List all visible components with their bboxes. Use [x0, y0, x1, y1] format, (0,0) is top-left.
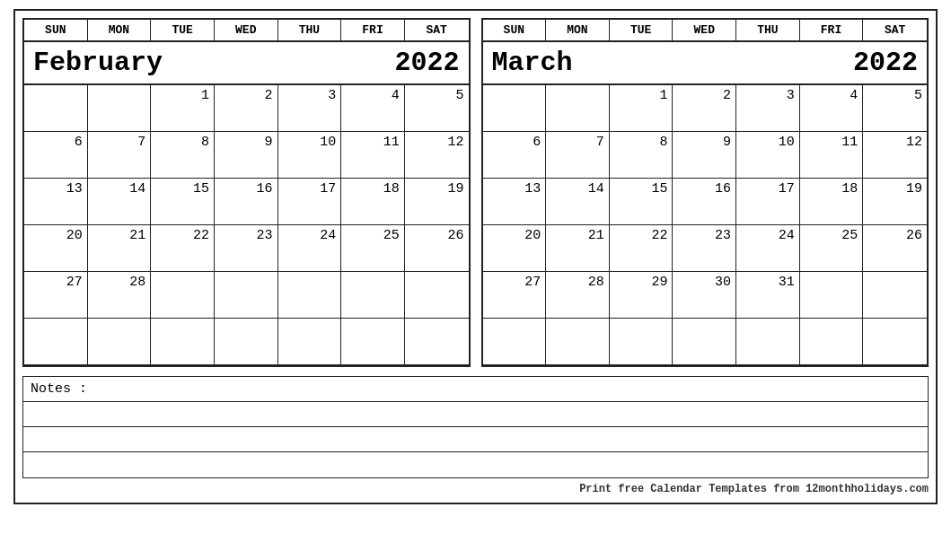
- feb-cell-w4d4: [278, 272, 342, 319]
- feb-cell-w4d1: 28: [88, 272, 152, 319]
- mar-cell-w3d1: 21: [546, 225, 610, 272]
- mar-sun-header: SUN: [483, 20, 547, 40]
- feb-cell-w3d3: 23: [215, 225, 278, 272]
- mar-cell-w1d2: 8: [610, 132, 674, 179]
- notes-line-3: [23, 452, 928, 477]
- feb-thu-header: THU: [278, 20, 342, 40]
- footer: Print free Calendar Templates from 12mon…: [22, 483, 929, 495]
- mar-cell-w4d0: 27: [483, 272, 547, 319]
- mar-cell-w4d3: 30: [673, 272, 736, 319]
- march-calendar: SUN MON TUE WED THU FRI SAT March 2022 1…: [481, 18, 929, 367]
- feb-cell-w2d0: 13: [24, 179, 88, 225]
- feb-cell-w4d0: 27: [24, 272, 88, 319]
- mar-cell-w4d6: [863, 272, 927, 319]
- mar-cell-w5d6: [863, 319, 927, 365]
- mar-cell-w5d4: [736, 319, 800, 365]
- feb-sat-header: SAT: [405, 20, 469, 40]
- march-year: 2022: [853, 48, 918, 78]
- footer-brand: 12monthholidays.com: [806, 483, 929, 495]
- feb-tue-header: TUE: [151, 20, 215, 40]
- feb-cell-w1d3: 9: [215, 132, 278, 179]
- mar-cell-w0d5: 4: [800, 85, 864, 132]
- mar-cell-w3d0: 20: [483, 225, 547, 272]
- march-month-name: March: [492, 48, 573, 78]
- feb-cell-w3d1: 21: [88, 225, 152, 272]
- feb-cell-w5d0: [24, 319, 88, 365]
- feb-cell-w5d2: [151, 319, 215, 365]
- feb-cell-w5d6: [405, 319, 469, 365]
- february-grid: 1234567891011121314151617181920212223242…: [24, 85, 469, 365]
- mar-cell-w2d3: 16: [673, 179, 736, 225]
- mar-cell-w5d2: [610, 319, 674, 365]
- feb-cell-w1d5: 11: [341, 132, 405, 179]
- mar-cell-w0d2: 1: [610, 85, 674, 132]
- feb-cell-w5d1: [88, 319, 152, 365]
- feb-cell-w5d5: [341, 319, 405, 365]
- feb-cell-w4d3: [215, 272, 278, 319]
- feb-cell-w1d1: 7: [88, 132, 152, 179]
- february-year: 2022: [394, 48, 459, 78]
- feb-cell-w4d5: [341, 272, 405, 319]
- feb-cell-w0d1: [88, 85, 152, 132]
- page-container: SUN MON TUE WED THU FRI SAT February 202…: [13, 9, 938, 504]
- feb-cell-w0d6: 5: [405, 85, 469, 132]
- feb-cell-w3d2: 22: [151, 225, 215, 272]
- feb-cell-w2d5: 18: [341, 179, 405, 225]
- feb-mon-header: MON: [88, 20, 152, 40]
- mar-cell-w5d0: [483, 319, 547, 365]
- feb-fri-header: FRI: [341, 20, 405, 40]
- mar-cell-w1d0: 6: [483, 132, 547, 179]
- mar-wed-header: WED: [673, 20, 736, 40]
- mar-cell-w2d6: 19: [863, 179, 927, 225]
- feb-cell-w1d6: 12: [405, 132, 469, 179]
- mar-cell-w0d6: 5: [863, 85, 927, 132]
- footer-text: Print free Calendar Templates from: [579, 483, 806, 495]
- feb-cell-w3d4: 24: [278, 225, 342, 272]
- mar-cell-w2d2: 15: [610, 179, 674, 225]
- feb-cell-w0d4: 3: [278, 85, 342, 132]
- feb-sun-header: SUN: [24, 20, 88, 40]
- mar-cell-w0d0: [483, 85, 547, 132]
- mar-cell-w2d0: 13: [483, 179, 547, 225]
- mar-cell-w2d5: 18: [800, 179, 864, 225]
- feb-cell-w2d2: 15: [151, 179, 215, 225]
- mar-cell-w0d1: [546, 85, 610, 132]
- feb-cell-w1d2: 8: [151, 132, 215, 179]
- march-title-row: March 2022: [483, 42, 928, 85]
- feb-cell-w2d4: 17: [278, 179, 342, 225]
- mar-cell-w1d6: 12: [863, 132, 927, 179]
- feb-cell-w5d3: [215, 319, 278, 365]
- mar-fri-header: FRI: [800, 20, 864, 40]
- mar-cell-w3d6: 26: [863, 225, 927, 272]
- feb-cell-w0d0: [24, 85, 88, 132]
- notes-line-2: [23, 427, 928, 452]
- mar-cell-w2d1: 14: [546, 179, 610, 225]
- mar-cell-w1d5: 11: [800, 132, 864, 179]
- feb-cell-w3d6: 26: [405, 225, 469, 272]
- mar-cell-w3d3: 23: [673, 225, 736, 272]
- feb-cell-w1d0: 6: [24, 132, 88, 179]
- feb-cell-w5d4: [278, 319, 342, 365]
- mar-thu-header: THU: [736, 20, 800, 40]
- mar-tue-header: TUE: [610, 20, 674, 40]
- mar-cell-w5d1: [546, 319, 610, 365]
- mar-mon-header: MON: [546, 20, 610, 40]
- mar-cell-w5d5: [800, 319, 864, 365]
- feb-cell-w3d5: 25: [341, 225, 405, 272]
- feb-cell-w2d1: 14: [88, 179, 152, 225]
- mar-sat-header: SAT: [863, 20, 927, 40]
- mar-cell-w4d4: 31: [736, 272, 800, 319]
- notes-label: Notes :: [23, 377, 928, 402]
- calendars-row: SUN MON TUE WED THU FRI SAT February 202…: [22, 18, 929, 367]
- mar-cell-w1d4: 10: [736, 132, 800, 179]
- february-header-row: SUN MON TUE WED THU FRI SAT: [24, 20, 469, 42]
- feb-cell-w2d3: 16: [215, 179, 278, 225]
- mar-cell-w5d3: [673, 319, 736, 365]
- feb-wed-header: WED: [215, 20, 278, 40]
- february-title-row: February 2022: [24, 42, 469, 85]
- feb-cell-w0d2: 1: [151, 85, 215, 132]
- march-grid: 1234567891011121314151617181920212223242…: [483, 85, 928, 365]
- february-month-name: February: [33, 48, 163, 78]
- mar-cell-w4d2: 29: [610, 272, 674, 319]
- mar-cell-w1d1: 7: [546, 132, 610, 179]
